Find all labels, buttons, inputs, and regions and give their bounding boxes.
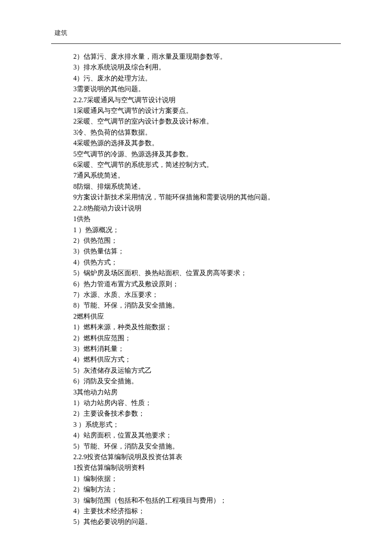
body-line: 2）供热范围；: [73, 235, 342, 246]
body-line: 3）排水系统说明及综合利用。: [73, 62, 342, 72]
body-line: 6）热力管道布置方式及敷设原则；: [73, 279, 342, 289]
body-line: 1）燃料来源，种类及性能数据；: [73, 322, 342, 332]
body-line: 8防烟、排烟系统简述。: [73, 181, 342, 192]
document-body: 2）估算污、废水排水量，雨水量及重现期参数等。 3）排水系统说明及综合利用。 4…: [73, 51, 342, 527]
body-line: 5）其他必要说明的问题。: [73, 516, 342, 527]
body-line: 2）燃料供应范围；: [73, 333, 342, 343]
body-line: 5）节能、环保，消防及安全措施。: [73, 441, 342, 451]
body-line: 7）水源、水质、水压要求；: [73, 289, 342, 300]
body-line: 4采暖热源的选择及其参数。: [73, 138, 342, 148]
body-line: 9方案设计新技术采用情况，节能环保措施和需要说明的其他问题。: [73, 192, 342, 202]
body-line: 2.2.9投资估算编制说明及投资估算表: [73, 451, 342, 462]
body-line: 3冷、热负荷的估算数据。: [73, 127, 342, 138]
body-line: 6）消防及安全措施。: [73, 376, 342, 386]
page-header-label: 建筑: [55, 29, 67, 37]
body-line: 2采暖、空气调节的室内设计参数及设计标准。: [73, 116, 342, 127]
body-line: 1）动力站房内容、性质；: [73, 397, 342, 408]
body-line: 4）燃料供应方式；: [73, 354, 342, 365]
body-line: 2）编制方法；: [73, 484, 342, 495]
body-line: 3 ）系统形式；: [73, 419, 342, 430]
header-divider: [51, 43, 341, 44]
body-line: 2.2.8热能动力设计说明: [73, 203, 342, 213]
body-line: 4）污、废水的处理方法。: [73, 73, 342, 83]
body-line: 1采暖通风与空气调节的设计方案要点。: [73, 105, 342, 116]
body-line: 1供热: [73, 213, 342, 224]
body-line: 4）主要技术经济指标；: [73, 506, 342, 516]
body-line: 3）供热量估算；: [73, 246, 342, 256]
body-line: 2）主要设备技术参数；: [73, 408, 342, 419]
body-line: 1投资估算编制说明资料: [73, 462, 342, 473]
body-line: 1 ）热源概况；: [73, 224, 342, 235]
body-line: 3其他动力站房: [73, 387, 342, 397]
body-line: 5）锅炉房及场区面积、换热站面积、位置及房高等要求；: [73, 267, 342, 278]
body-line: 1）编制依据；: [73, 473, 342, 484]
body-line: 2燃料供应: [73, 311, 342, 322]
body-line: 3需要说明的其他问题。: [73, 83, 342, 94]
body-line: 5空气调节的冷源、热源选择及其参数。: [73, 149, 342, 159]
body-line: 3）编制范围（包括和不包括的工程项目与费用）；: [73, 495, 342, 506]
body-line: 2）估算污、废水排水量，雨水量及重现期参数等。: [73, 51, 342, 62]
body-line: 2.2.7采暖通风与空气调节设计说明: [73, 95, 342, 105]
body-line: 3）燃料消耗量；: [73, 343, 342, 354]
body-line: 7通风系统简述。: [73, 170, 342, 181]
body-line: 8）节能、环保，消防及安全措施。: [73, 300, 342, 311]
body-line: 4）站房面积，位置及其他要求；: [73, 430, 342, 440]
body-line: 4）供热方式；: [73, 257, 342, 267]
body-line: 5）灰渣储存及运输方式乙: [73, 365, 342, 376]
body-line: 6采暖、空气调节的系统形式，简述控制方式。: [73, 159, 342, 170]
